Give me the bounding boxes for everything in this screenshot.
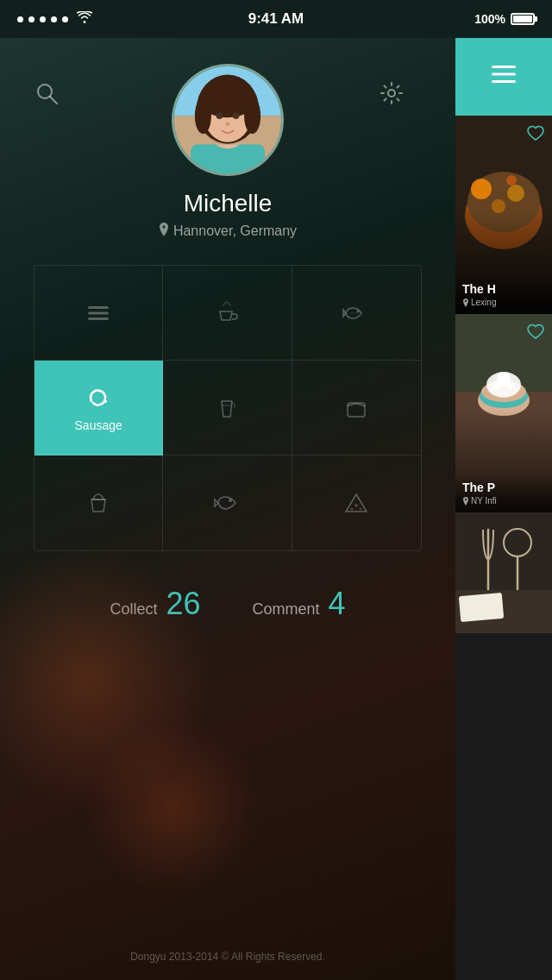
svg-rect-14	[88, 306, 109, 309]
signal-dot	[51, 16, 57, 22]
category-coffee[interactable]	[163, 266, 292, 361]
main-container: Michelle Hannover, Germany	[0, 38, 552, 980]
battery-icon	[511, 13, 535, 25]
category-fish2[interactable]	[163, 455, 292, 550]
card2-location: NY Infi	[462, 496, 545, 506]
svg-point-32	[471, 179, 492, 199]
svg-point-17	[357, 310, 360, 312]
svg-rect-52	[459, 593, 504, 622]
svg-point-22	[229, 499, 232, 502]
signal-dot	[62, 16, 68, 22]
comment-value: 4	[329, 586, 346, 622]
search-button[interactable]	[34, 81, 59, 111]
profile-location: Hannover, Germany	[159, 223, 297, 239]
signal-dot	[28, 16, 34, 22]
avatar-image	[174, 66, 281, 173]
food-card-2[interactable]: The P NY Infi	[455, 314, 552, 512]
right-header[interactable]	[455, 38, 552, 116]
right-panel: The H Lexing	[455, 38, 552, 980]
svg-point-45	[506, 380, 515, 389]
food-card-3[interactable]	[455, 512, 552, 633]
profile-header: Michelle Hannover, Germany	[0, 38, 455, 239]
svg-line-1	[50, 97, 57, 104]
battery-percent: 100%	[474, 12, 505, 26]
card2-title: The P	[462, 481, 545, 494]
svg-point-35	[506, 175, 517, 185]
svg-point-12	[226, 122, 230, 126]
card1-title: The H	[462, 282, 545, 296]
bg-decoration	[86, 721, 259, 894]
svg-point-33	[507, 185, 524, 202]
svg-rect-13	[191, 145, 265, 173]
grid-row-1	[34, 266, 421, 361]
svg-rect-15	[88, 311, 109, 314]
category-burger[interactable]	[34, 266, 163, 361]
card1-overlay: The H Lexing	[455, 275, 552, 314]
category-drink[interactable]	[163, 361, 292, 455]
location-pin-icon	[159, 223, 169, 239]
svg-point-23	[354, 504, 358, 507]
avatar	[172, 64, 284, 176]
card1-location: Lexing	[462, 298, 545, 307]
settings-button[interactable]	[380, 81, 404, 111]
card2-overlay: The P NY Infi	[455, 474, 552, 512]
svg-point-8	[195, 97, 211, 134]
location-text: Hannover, Germany	[173, 223, 297, 239]
category-grid: Sausage	[34, 265, 422, 551]
category-bread[interactable]	[292, 361, 421, 455]
svg-point-44	[492, 380, 501, 389]
card1-location-text: Lexing	[471, 298, 496, 307]
card2-like-button[interactable]	[526, 323, 545, 344]
svg-point-24	[351, 508, 354, 511]
profile-name: Michelle	[184, 190, 273, 217]
svg-rect-26	[492, 66, 516, 68]
grid-row-3	[34, 455, 421, 550]
battery-area: 100%	[474, 12, 535, 26]
footer-copyright: Dongyu 2013-2014 © All Rights Reserved.	[130, 951, 325, 963]
category-fish[interactable]	[292, 266, 421, 361]
comment-stat: Comment 4	[253, 586, 346, 622]
svg-rect-16	[88, 317, 109, 320]
left-panel: Michelle Hannover, Germany	[0, 38, 455, 980]
status-bar: 9:41 AM 100%	[0, 0, 552, 38]
svg-point-18	[104, 399, 107, 403]
comment-label: Comment	[253, 600, 320, 619]
card2-location-text: NY Infi	[471, 496, 497, 506]
svg-point-11	[233, 112, 240, 119]
food-card-1[interactable]: The H Lexing	[455, 116, 552, 314]
signal-dot	[40, 16, 46, 22]
svg-point-10	[216, 112, 223, 119]
grid-row-2: Sausage	[34, 361, 421, 455]
hamburger-menu-icon[interactable]	[492, 66, 516, 88]
category-bucket[interactable]	[34, 455, 163, 550]
card1-like-button[interactable]	[526, 124, 545, 146]
signal-area	[17, 11, 92, 27]
category-pizza[interactable]	[292, 455, 421, 550]
wifi-icon	[77, 11, 92, 27]
status-time: 9:41 AM	[248, 10, 304, 28]
svg-point-9	[244, 97, 260, 134]
svg-point-2	[388, 90, 395, 97]
sausage-label: Sausage	[75, 418, 122, 432]
svg-rect-28	[492, 80, 516, 83]
svg-rect-27	[492, 73, 516, 76]
signal-dot	[17, 16, 23, 22]
svg-point-25	[360, 508, 362, 511]
category-sausage[interactable]: Sausage	[34, 361, 163, 455]
